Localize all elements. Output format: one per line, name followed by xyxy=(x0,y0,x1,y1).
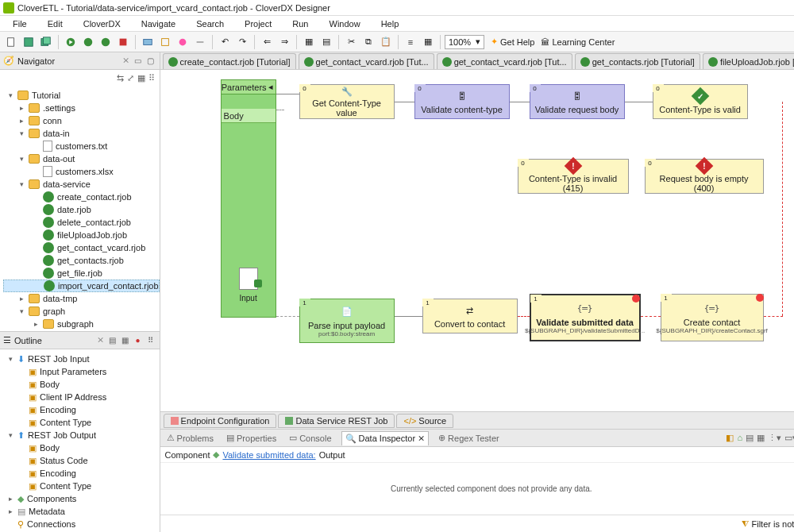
new-button[interactable] xyxy=(3,34,19,50)
tab-fileupload[interactable]: fileUploadJob.rjob [Tutorial] xyxy=(703,53,794,69)
navigator-tree[interactable]: ▾Tutorial ▸.settings ▸conn ▾data-in cust… xyxy=(0,86,160,331)
menu-window[interactable]: Window xyxy=(320,17,370,30)
node-body-empty[interactable]: 0 ! Request body is empty (400) xyxy=(645,159,764,194)
filter-label[interactable]: Filter is not set xyxy=(752,519,794,529)
tab-problems[interactable]: ⚠ Problems xyxy=(164,431,217,445)
tab-rest-job[interactable]: Data Service REST Job xyxy=(278,414,395,428)
filter-icon[interactable]: ▦ xyxy=(137,73,145,83)
menu-file[interactable]: File xyxy=(3,17,37,30)
menu-navigate[interactable]: Navigate xyxy=(132,17,185,30)
outline-tool-3[interactable]: ● xyxy=(133,335,144,346)
tab-properties[interactable]: ▤ Properties xyxy=(223,431,279,445)
link-editor-icon[interactable]: ⤢ xyxy=(127,73,134,83)
tree-get-file[interactable]: get_file.rjob xyxy=(57,268,102,278)
tab-data-inspector[interactable]: 🔍 Data Inspector ⨯ xyxy=(341,431,430,445)
inspector-tool-6[interactable]: ▭▾ xyxy=(784,433,794,443)
outline-components[interactable]: Components xyxy=(27,494,76,503)
tab-regex[interactable]: ⊕ Regex Tester xyxy=(435,431,503,445)
inspector-tool-4[interactable]: ▦ xyxy=(757,433,765,443)
tree-data-tmp[interactable]: data-tmp xyxy=(43,294,77,303)
tree-import-vcard[interactable]: import_vcard_contact.rjob xyxy=(58,281,159,291)
tab-source[interactable]: </>Source xyxy=(396,414,453,428)
collapse-all-icon[interactable]: ⇆ xyxy=(117,73,124,83)
tool-d[interactable] xyxy=(192,34,208,50)
outline-status[interactable]: Status Code xyxy=(40,456,88,465)
align-button[interactable]: ≡ xyxy=(403,34,418,50)
zoom-combo[interactable]: 100%▾ xyxy=(445,35,484,49)
menu-help[interactable]: Help xyxy=(372,17,409,30)
outline-encoding-in[interactable]: Encoding xyxy=(40,405,76,414)
inspector-tool-3[interactable]: ▤ xyxy=(746,433,754,443)
stop-button[interactable] xyxy=(115,34,131,50)
menu-project[interactable]: Project xyxy=(235,17,281,30)
tree-delete-contact[interactable]: delete_contact.rjob xyxy=(57,218,131,227)
node-create-contact[interactable]: 1 {═} Create contact ${SUBGRAPH_DIR}/cre… xyxy=(661,294,764,341)
graph-canvas[interactable]: Parameters◂ Body Input 0 🔧 Get Content-T… xyxy=(160,70,794,411)
tree-tutorial[interactable]: Tutorial xyxy=(32,91,60,100)
outline-connections[interactable]: Connections xyxy=(27,519,75,529)
menu-cloverdx[interactable]: CloverDX xyxy=(74,17,130,30)
view-menu-icon[interactable]: ⠿ xyxy=(148,73,155,83)
menu-search[interactable]: Search xyxy=(187,17,233,30)
tree-get-contacts[interactable]: get_contacts.rjob xyxy=(57,256,124,265)
save-button[interactable] xyxy=(21,34,37,50)
tool-f[interactable]: ▤ xyxy=(318,34,334,50)
tab-get-contact-vcard-1[interactable]: get_contact_vcard.rjob [Tut... xyxy=(299,53,434,69)
tree-data-out[interactable]: data-out xyxy=(43,154,75,164)
outline-rest-input[interactable]: REST Job Input xyxy=(28,354,89,364)
undo-button[interactable]: ↶ xyxy=(217,34,233,50)
outline-encoding-out[interactable]: Encoding xyxy=(40,468,76,478)
profile-button[interactable] xyxy=(98,34,114,50)
outline-tool-2[interactable]: ▦ xyxy=(120,335,131,346)
tool-a[interactable] xyxy=(140,34,156,50)
node-validate-body[interactable]: 0 🎛 Validate request body xyxy=(530,84,625,119)
tool-e[interactable]: ▦ xyxy=(301,34,317,50)
tree-get-contact-vcard[interactable]: get_contact_vcard.rjob xyxy=(57,243,145,253)
tree-fileupload[interactable]: fileUploadJob.rjob xyxy=(57,230,127,240)
tree-create-contact[interactable]: create_contact.rjob xyxy=(57,192,132,202)
node-validate-submitted[interactable]: 1 {═} Validate submitted data ${SUBGRAPH… xyxy=(530,294,641,341)
outline-rest-output[interactable]: REST Job Output xyxy=(28,430,96,440)
tree-graph[interactable]: graph xyxy=(43,306,65,316)
input-block[interactable]: Parameters◂ Body Input xyxy=(221,79,276,318)
outline-body-in[interactable]: Body xyxy=(40,380,60,389)
tree-conn[interactable]: conn xyxy=(43,116,62,125)
maximize-icon[interactable]: ▢ xyxy=(145,56,156,67)
node-get-content-type[interactable]: 0 🔧 Get Content-Type value xyxy=(299,84,395,119)
tree-settings[interactable]: .settings xyxy=(43,103,75,113)
save-all-button[interactable] xyxy=(38,34,54,50)
grid-button[interactable]: ▦ xyxy=(420,34,436,50)
menu-edit[interactable]: Edit xyxy=(38,17,72,30)
node-validate-ct[interactable]: 0 🎛 Validate content-type xyxy=(414,84,510,119)
outline-client-ip[interactable]: Client IP Address xyxy=(40,392,106,402)
node-parse[interactable]: 1 📄 Parse input payload port:$0.body:str… xyxy=(299,299,395,343)
copy-button[interactable]: ⧉ xyxy=(360,34,376,50)
node-convert[interactable]: 1 ⇄ Convert to contact xyxy=(422,299,518,333)
redo-button[interactable]: ↷ xyxy=(234,34,250,50)
forward-button[interactable]: ⇒ xyxy=(276,34,292,50)
tree-subgraph[interactable]: subgraph xyxy=(57,319,94,329)
outline-body-out[interactable]: Body xyxy=(40,443,60,453)
tree-customers-xlsx[interactable]: customers.xlsx xyxy=(56,167,114,176)
tree-customers-txt[interactable]: customers.txt xyxy=(56,141,107,151)
tree-data-service[interactable]: data-service xyxy=(43,179,91,189)
outline-input-params[interactable]: Input Parameters xyxy=(40,367,106,376)
tool-b[interactable] xyxy=(157,34,173,50)
tool-c[interactable] xyxy=(175,34,191,50)
outline-tool-1[interactable]: ▤ xyxy=(107,335,118,346)
outline-tool-4[interactable]: ⠿ xyxy=(145,335,156,346)
tab-console[interactable]: ▭ Console xyxy=(286,431,334,445)
component-link[interactable]: Validate submitted data: xyxy=(222,450,315,460)
inspector-tool-5[interactable]: ⋮▾ xyxy=(768,433,781,443)
outline-ct-out[interactable]: Content Type xyxy=(40,481,91,491)
learning-center-link[interactable]: 🏛Learning Center xyxy=(541,37,615,47)
inspector-tool-2[interactable]: ⌂ xyxy=(737,433,742,443)
debug-button[interactable] xyxy=(80,34,96,50)
get-help-link[interactable]: ✦Get Help xyxy=(491,37,534,47)
node-ct-invalid[interactable]: 0 ! Content-Type is invalid (415) xyxy=(518,159,629,194)
outline-metadata[interactable]: Metadata xyxy=(29,507,65,516)
tab-get-contact-vcard-2[interactable]: get_contact_vcard.rjob [Tut... xyxy=(437,53,572,69)
node-ct-valid[interactable]: 0 ✓ Content-Type is valid xyxy=(653,84,748,119)
menu-run[interactable]: Run xyxy=(283,17,318,30)
cut-button[interactable]: ✂ xyxy=(343,34,359,50)
